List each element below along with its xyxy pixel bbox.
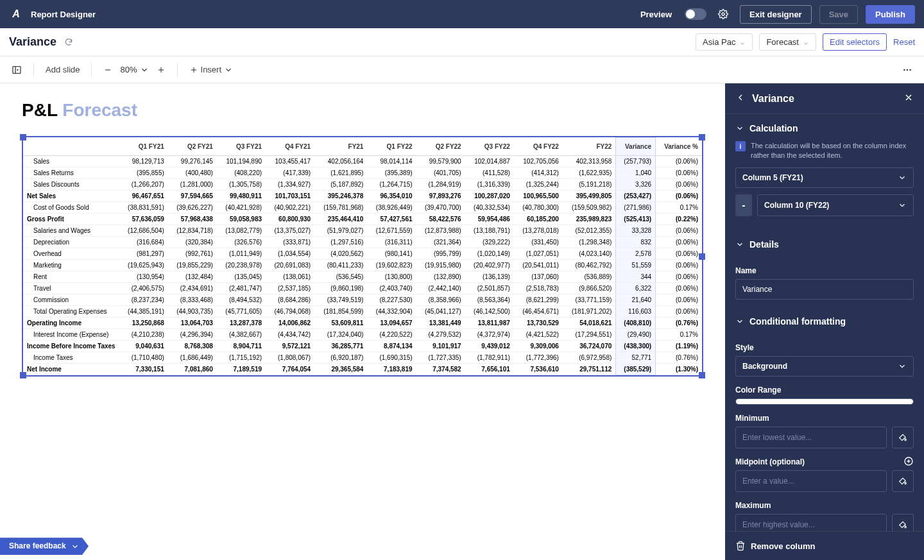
- table-cell[interactable]: 101,703,151: [266, 191, 314, 202]
- table-cell[interactable]: 8,768,308: [168, 341, 217, 352]
- resize-handle[interactable]: [20, 134, 26, 140]
- preview-toggle[interactable]: [685, 8, 706, 20]
- table-cell[interactable]: (46,142,500): [465, 306, 514, 318]
- table-cell[interactable]: (9,860,198): [314, 283, 367, 294]
- table-cell[interactable]: 102,014,887: [465, 156, 514, 167]
- table-cell[interactable]: (1,325,244): [514, 179, 563, 191]
- table-cell[interactable]: 96,467,651: [119, 191, 168, 202]
- table-cell[interactable]: 9,572,121: [266, 341, 314, 352]
- table-cell[interactable]: (8,358,966): [416, 294, 465, 306]
- table-cell[interactable]: (80,462,792): [563, 260, 616, 271]
- table-cell[interactable]: 6,322: [616, 283, 656, 294]
- midpoint-color-swatch[interactable]: [892, 470, 914, 492]
- table-cell[interactable]: (19,602,823): [367, 260, 416, 271]
- minimum-input[interactable]: [735, 427, 887, 448]
- table-cell[interactable]: 100,965,500: [514, 191, 563, 202]
- table-cell[interactable]: (320,384): [168, 237, 217, 248]
- table-cell[interactable]: (2,434,691): [168, 283, 217, 294]
- table-cell[interactable]: (159,781,968): [314, 202, 367, 214]
- table-cell[interactable]: 51,559: [616, 260, 656, 271]
- table-cell[interactable]: (9,866,520): [563, 283, 616, 294]
- table-cell[interactable]: (19,625,943): [119, 260, 168, 271]
- table-cell[interactable]: (1,334,927): [266, 179, 314, 191]
- table-cell[interactable]: (40,332,534): [465, 202, 514, 214]
- share-feedback-button[interactable]: Share feedback: [0, 538, 89, 555]
- table-cell[interactable]: (0.06%): [656, 225, 702, 237]
- zoom-out-button[interactable]: [98, 63, 117, 77]
- table-cell[interactable]: (19,855,229): [168, 260, 217, 271]
- table-cell[interactable]: (159,509,982): [563, 202, 616, 214]
- table-cell[interactable]: (132,890): [416, 271, 465, 283]
- table-cell[interactable]: 100,287,020: [465, 191, 514, 202]
- table-cell[interactable]: (8,494,532): [217, 294, 266, 306]
- table-cell[interactable]: (408,220): [217, 167, 266, 179]
- table-cell[interactable]: 395,246,378: [314, 191, 367, 202]
- table-cell[interactable]: (4,220,522): [367, 329, 416, 341]
- table-cell[interactable]: (1,782,911): [465, 352, 514, 364]
- table-cell[interactable]: 7,081,860: [168, 364, 217, 375]
- table-cell[interactable]: 7,656,101: [465, 364, 514, 375]
- table-header[interactable]: Q4 FY22: [514, 138, 563, 156]
- table-cell[interactable]: 9,101,917: [416, 341, 465, 352]
- table-cell[interactable]: 96,354,010: [367, 191, 416, 202]
- table-cell[interactable]: (40,902,221): [266, 202, 314, 214]
- table-cell[interactable]: (181,971,202): [563, 306, 616, 318]
- table-cell[interactable]: 7,764,054: [266, 364, 314, 375]
- table-cell[interactable]: (1,034,554): [266, 248, 314, 260]
- table-cell[interactable]: (44,903,735): [168, 306, 217, 318]
- table-cell[interactable]: 59,954,486: [465, 214, 514, 225]
- publish-button[interactable]: Publish: [866, 5, 915, 24]
- table-cell[interactable]: (6,920,187): [314, 352, 367, 364]
- table-cell[interactable]: (2,537,185): [266, 283, 314, 294]
- table-cell[interactable]: (0.06%): [656, 294, 702, 306]
- table-cell[interactable]: 402,313,958: [563, 156, 616, 167]
- details-section-header[interactable]: Details: [725, 230, 924, 253]
- table-cell[interactable]: (52,012,355): [563, 225, 616, 237]
- table-cell[interactable]: (1,772,396): [514, 352, 563, 364]
- table-cell[interactable]: (2,501,857): [465, 283, 514, 294]
- table-cell[interactable]: 54,018,621: [563, 318, 616, 329]
- table-cell[interactable]: (46,794,068): [266, 306, 314, 318]
- table-cell[interactable]: (411,528): [465, 167, 514, 179]
- table-cell[interactable]: (2,518,783): [514, 283, 563, 294]
- reset-button[interactable]: Reset: [893, 37, 915, 47]
- table-cell[interactable]: (13,375,027): [266, 225, 314, 237]
- table-cell[interactable]: (980,141): [367, 248, 416, 260]
- resize-handle[interactable]: [699, 134, 705, 140]
- table-cell[interactable]: (2,442,140): [416, 283, 465, 294]
- table-header[interactable]: Q4 FY21: [266, 138, 314, 156]
- table-cell[interactable]: (20,691,083): [266, 260, 314, 271]
- table-cell[interactable]: 99,276,145: [168, 156, 217, 167]
- table-cell[interactable]: (401,705): [416, 167, 465, 179]
- table-cell[interactable]: (20,402,977): [465, 260, 514, 271]
- table-cell[interactable]: (17,294,551): [563, 329, 616, 341]
- table-cell[interactable]: (39,470,700): [416, 202, 465, 214]
- table-cell[interactable]: 7,374,582: [416, 364, 465, 375]
- table-cell[interactable]: (135,045): [217, 271, 266, 283]
- table-cell[interactable]: (38,831,591): [119, 202, 168, 214]
- table-cell[interactable]: (329,222): [465, 237, 514, 248]
- table-cell[interactable]: (395,855): [119, 167, 168, 179]
- scenario-selector[interactable]: Forecast: [759, 33, 816, 51]
- table-header[interactable]: Q3 FY22: [465, 138, 514, 156]
- table-cell[interactable]: (395,389): [367, 167, 416, 179]
- settings-button[interactable]: [714, 5, 732, 23]
- table-cell[interactable]: 101,194,890: [217, 156, 266, 167]
- table-cell[interactable]: (525,413): [616, 214, 656, 225]
- table-cell[interactable]: (132,484): [168, 271, 217, 283]
- table-header[interactable]: Q2 FY21: [168, 138, 217, 156]
- table-header[interactable]: Q2 FY22: [416, 138, 465, 156]
- table-cell[interactable]: 98,014,114: [367, 156, 416, 167]
- table-cell[interactable]: (1,727,335): [416, 352, 465, 364]
- table-cell[interactable]: (1,715,192): [217, 352, 266, 364]
- table-cell[interactable]: (981,297): [119, 248, 168, 260]
- table-cell[interactable]: (17,324,040): [314, 329, 367, 341]
- table-cell[interactable]: (51,979,027): [314, 225, 367, 237]
- panel-back-button[interactable]: [735, 92, 746, 105]
- table-cell[interactable]: (45,771,605): [217, 306, 266, 318]
- table-cell[interactable]: 235,464,410: [314, 214, 367, 225]
- table-cell[interactable]: (29,490): [616, 329, 656, 341]
- table-header[interactable]: Variance %: [656, 138, 702, 156]
- pl-table[interactable]: Q1 FY21Q2 FY21Q3 FY21Q4 FY21FY21Q1 FY22Q…: [23, 137, 702, 375]
- edit-selectors-button[interactable]: Edit selectors: [823, 33, 887, 51]
